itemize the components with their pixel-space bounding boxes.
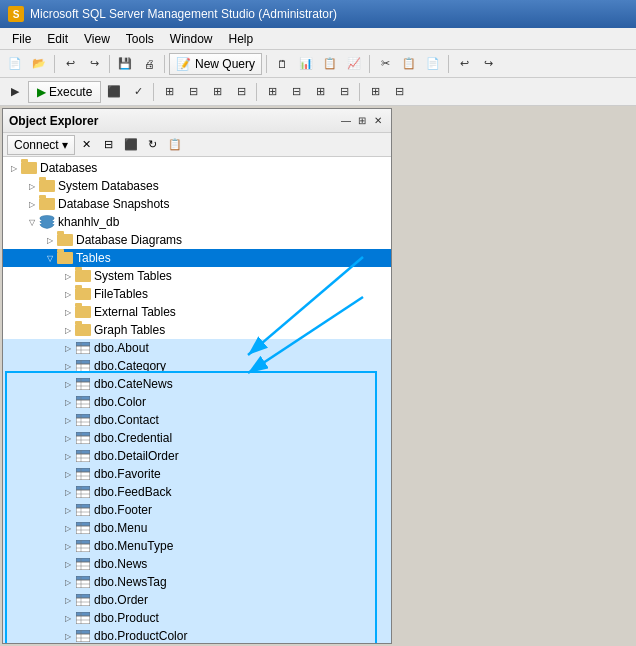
btn-g[interactable]: 📄 <box>422 53 444 75</box>
filter-btn[interactable]: ⊟ <box>99 135 119 155</box>
menu-file[interactable]: File <box>4 30 39 48</box>
tree-toggle-dbo-productcolor[interactable]: ▷ <box>61 629 75 643</box>
tree-item-dbo-catenews[interactable]: ▷ dbo.CateNews <box>3 375 391 393</box>
panel-float-btn[interactable]: ⊞ <box>355 114 369 128</box>
menu-view[interactable]: View <box>76 30 118 48</box>
panel-pin-btn[interactable]: — <box>339 114 353 128</box>
tree-item-dbo-contact[interactable]: ▷ dbo.Contact <box>3 411 391 429</box>
tree-toggle-dbo-order[interactable]: ▷ <box>61 593 75 607</box>
tree-toggle-dbo-menutype[interactable]: ▷ <box>61 539 75 553</box>
tree-item-dbo-news[interactable]: ▷ dbo.News <box>3 555 391 573</box>
tree-container[interactable]: ▷Databases▷System Databases▷Database Sna… <box>3 157 391 643</box>
tree-toggle-dbo-product[interactable]: ▷ <box>61 611 75 625</box>
tree-toggle-dbo-menu[interactable]: ▷ <box>61 521 75 535</box>
stop-btn[interactable]: ⬛ <box>103 81 125 103</box>
tree-item-dbo-feedback[interactable]: ▷ dbo.FeedBack <box>3 483 391 501</box>
summary-btn[interactable]: 📋 <box>165 135 185 155</box>
tree-item-khanhlv-db[interactable]: ▽ khanhlv_db <box>3 213 391 231</box>
btn-h[interactable]: ↩ <box>453 53 475 75</box>
stop-refresh-btn[interactable]: ⬛ <box>121 135 141 155</box>
tree-toggle-dbo-detailorder[interactable]: ▷ <box>61 449 75 463</box>
tree-item-tables[interactable]: ▽Tables <box>3 249 391 267</box>
tree-item-dbo-favorite[interactable]: ▷ dbo.Favorite <box>3 465 391 483</box>
execute-button[interactable]: ▶ Execute <box>28 81 101 103</box>
tree-toggle-dbo-category[interactable]: ▷ <box>61 359 75 373</box>
btn-e[interactable]: ✂ <box>374 53 396 75</box>
save-btn[interactable]: 💾 <box>114 53 136 75</box>
btn-d[interactable]: 📈 <box>343 53 365 75</box>
menu-window[interactable]: Window <box>162 30 221 48</box>
tree-item-dbo-menutype[interactable]: ▷ dbo.MenuType <box>3 537 391 555</box>
tb4[interactable]: ⊟ <box>230 81 252 103</box>
tb8[interactable]: ⊟ <box>333 81 355 103</box>
new-file-btn[interactable]: 📄 <box>4 53 26 75</box>
tree-item-graph-tables[interactable]: ▷Graph Tables <box>3 321 391 339</box>
tree-toggle-dbo-color[interactable]: ▷ <box>61 395 75 409</box>
tree-item-dbo-category[interactable]: ▷ dbo.Category <box>3 357 391 375</box>
refresh-btn[interactable]: ↻ <box>143 135 163 155</box>
debug-btn[interactable]: ▶ <box>4 81 26 103</box>
tree-toggle-dbo-catenews[interactable]: ▷ <box>61 377 75 391</box>
tree-toggle-file-tables[interactable]: ▷ <box>61 287 75 301</box>
tree-toggle-dbo-newstag[interactable]: ▷ <box>61 575 75 589</box>
tree-item-dbo-about[interactable]: ▷ dbo.About <box>3 339 391 357</box>
menu-edit[interactable]: Edit <box>39 30 76 48</box>
disconnect-btn[interactable]: ✕ <box>77 135 97 155</box>
tree-toggle-dbo-favorite[interactable]: ▷ <box>61 467 75 481</box>
tree-item-system-databases[interactable]: ▷System Databases <box>3 177 391 195</box>
tree-toggle-system-databases[interactable]: ▷ <box>25 179 39 193</box>
tree-toggle-databases[interactable]: ▷ <box>7 161 21 175</box>
tree-toggle-graph-tables[interactable]: ▷ <box>61 323 75 337</box>
menu-tools[interactable]: Tools <box>118 30 162 48</box>
tree-toggle-tables[interactable]: ▽ <box>43 251 57 265</box>
parse-btn[interactable]: ✓ <box>127 81 149 103</box>
btn-a[interactable]: 🗒 <box>271 53 293 75</box>
tree-toggle-dbo-credential[interactable]: ▷ <box>61 431 75 445</box>
tree-item-dbo-color[interactable]: ▷ dbo.Color <box>3 393 391 411</box>
panel-close-btn[interactable]: ✕ <box>371 114 385 128</box>
tree-toggle-external-tables[interactable]: ▷ <box>61 305 75 319</box>
open-btn[interactable]: 📂 <box>28 53 50 75</box>
tree-toggle-dbo-news[interactable]: ▷ <box>61 557 75 571</box>
undo-btn[interactable]: ↩ <box>59 53 81 75</box>
tb5[interactable]: ⊞ <box>261 81 283 103</box>
tree-toggle-dbo-footer[interactable]: ▷ <box>61 503 75 517</box>
tree-item-file-tables[interactable]: ▷FileTables <box>3 285 391 303</box>
redo-btn[interactable]: ↪ <box>83 53 105 75</box>
tree-item-dbo-footer[interactable]: ▷ dbo.Footer <box>3 501 391 519</box>
tb10[interactable]: ⊟ <box>388 81 410 103</box>
tree-item-external-tables[interactable]: ▷External Tables <box>3 303 391 321</box>
btn-c[interactable]: 📋 <box>319 53 341 75</box>
tb2[interactable]: ⊟ <box>182 81 204 103</box>
tree-item-dbo-menu[interactable]: ▷ dbo.Menu <box>3 519 391 537</box>
tree-item-dbo-credential[interactable]: ▷ dbo.Credential <box>3 429 391 447</box>
tree-toggle-dbo-contact[interactable]: ▷ <box>61 413 75 427</box>
tree-toggle-dbo-feedback[interactable]: ▷ <box>61 485 75 499</box>
tree-item-db-snapshots[interactable]: ▷Database Snapshots <box>3 195 391 213</box>
tb3[interactable]: ⊞ <box>206 81 228 103</box>
tree-item-db-diagrams[interactable]: ▷Database Diagrams <box>3 231 391 249</box>
btn-i[interactable]: ↪ <box>477 53 499 75</box>
new-query-button[interactable]: 📝 New Query <box>169 53 262 75</box>
tree-toggle-db-snapshots[interactable]: ▷ <box>25 197 39 211</box>
print-btn[interactable]: 🖨 <box>138 53 160 75</box>
tree-item-dbo-product[interactable]: ▷ dbo.Product <box>3 609 391 627</box>
tb6[interactable]: ⊟ <box>285 81 307 103</box>
tree-item-dbo-newstag[interactable]: ▷ dbo.NewsTag <box>3 573 391 591</box>
menu-help[interactable]: Help <box>221 30 262 48</box>
tree-item-dbo-order[interactable]: ▷ dbo.Order <box>3 591 391 609</box>
btn-b[interactable]: 📊 <box>295 53 317 75</box>
tree-toggle-db-diagrams[interactable]: ▷ <box>43 233 57 247</box>
tree-toggle-dbo-about[interactable]: ▷ <box>61 341 75 355</box>
tree-item-dbo-productcolor[interactable]: ▷ dbo.ProductColor <box>3 627 391 643</box>
tb9[interactable]: ⊞ <box>364 81 386 103</box>
tb1[interactable]: ⊞ <box>158 81 180 103</box>
tree-toggle-system-tables[interactable]: ▷ <box>61 269 75 283</box>
tree-item-databases[interactable]: ▷Databases <box>3 159 391 177</box>
connect-button[interactable]: Connect ▾ <box>7 135 75 155</box>
tb7[interactable]: ⊞ <box>309 81 331 103</box>
tree-toggle-khanhlv-db[interactable]: ▽ <box>25 215 39 229</box>
tree-item-system-tables[interactable]: ▷System Tables <box>3 267 391 285</box>
btn-f[interactable]: 📋 <box>398 53 420 75</box>
tree-item-dbo-detailorder[interactable]: ▷ dbo.DetailOrder <box>3 447 391 465</box>
